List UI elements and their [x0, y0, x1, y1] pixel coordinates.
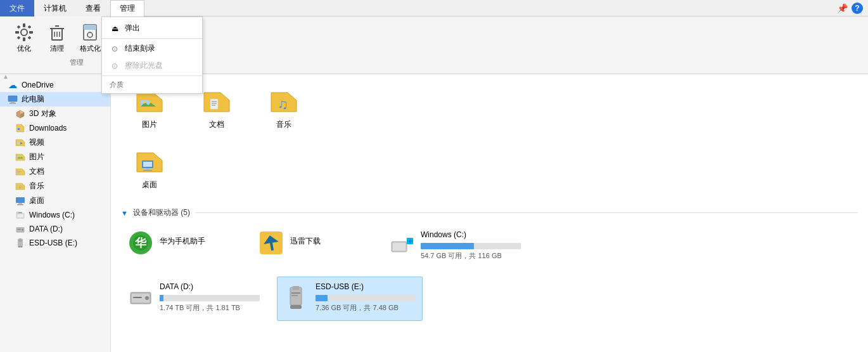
huawei-drive-icon: 华	[128, 230, 153, 256]
sidebar-item-data-d[interactable]: DATA (D:)	[0, 222, 110, 236]
tab-computer[interactable]: 计算机	[34, 0, 76, 16]
svg-rect-44	[19, 238, 22, 240]
svg-rect-64	[393, 243, 405, 251]
sidebar-item-desktop[interactable]: 桌面	[0, 193, 110, 208]
eject-item[interactable]: ⏏ 弹出	[102, 20, 202, 37]
clean-button[interactable]: 清理	[42, 19, 72, 56]
svg-point-17	[87, 32, 93, 37]
sidebar-item-pictures[interactable]: 图片	[0, 150, 110, 164]
svg-rect-70	[407, 242, 410, 245]
drives-grid-2: DATA (D:) 1.74 TB 可用，共 1.81 TB	[121, 277, 858, 329]
svg-rect-42	[18, 229, 21, 230]
downloads-label: Downloads	[29, 124, 67, 133]
optimize-icon	[14, 22, 34, 42]
data-d-space: 1.74 TB 可用，共 1.81 TB	[160, 303, 260, 313]
esd-usb-e-bar-bg	[316, 295, 416, 301]
data-d-icon	[15, 224, 25, 234]
drive-item-huawei[interactable]: 华 华为手机助手	[121, 225, 241, 269]
svg-rect-30	[17, 171, 20, 172]
clean-label: 清理	[50, 44, 64, 53]
windows-c-icon	[15, 210, 25, 220]
svg-rect-1	[23, 23, 25, 27]
xunlei-drive-name: 迅雷下载	[290, 236, 365, 247]
tab-view[interactable]: 查看	[76, 0, 110, 16]
onedrive-icon: ☁	[8, 80, 18, 90]
video-label: 视频	[29, 137, 44, 148]
sidebar-item-onedrive[interactable]: ☁ OneDrive	[0, 78, 110, 92]
esd-usb-e-drive-icon	[284, 285, 309, 310]
erase-disc-item: ⊙ 擦除此光盘	[102, 57, 202, 74]
documents-folder-label: 文档	[209, 119, 224, 130]
sidebar-item-esd-usb-e[interactable]: ESD-USB (E:)	[0, 236, 110, 250]
svg-rect-69	[411, 238, 414, 241]
svg-point-0	[21, 29, 27, 36]
file-item-desktop[interactable]: 桌面	[121, 142, 178, 195]
drives-grid: 华 华为手机助手	[121, 222, 858, 277]
sidebar-item-music[interactable]: ♫ 音乐	[0, 179, 110, 193]
3d-label: 3D 对象	[29, 108, 56, 119]
svg-rect-75	[133, 297, 142, 298]
documents-folder-icon	[201, 86, 232, 117]
devices-section-label: 设备和驱动器 (5)	[133, 207, 190, 218]
esd-usb-e-space: 7.36 GB 可用，共 7.48 GB	[316, 303, 416, 313]
format-button[interactable]: 格式化	[75, 19, 105, 56]
svg-rect-2	[23, 37, 25, 41]
sidebar-item-windows-c[interactable]: Windows (C:)	[0, 208, 110, 222]
end-burn-item[interactable]: ⊙ 结束刻录	[102, 40, 202, 57]
devices-section-header[interactable]: ▼ 设备和驱动器 (5)	[121, 202, 858, 222]
onedrive-label: OneDrive	[22, 81, 54, 89]
windows-c-space: 54.7 GB 可用，共 116 GB	[421, 251, 521, 261]
ribbon-tabs: 文件 计算机 查看 管理 📌 ?	[0, 0, 868, 16]
tab-file[interactable]: 文件	[0, 0, 34, 16]
svg-rect-33	[16, 197, 25, 203]
optimize-button[interactable]: 优化	[9, 19, 39, 56]
drive-item-data-d[interactable]: DATA (D:) 1.74 TB 可用，共 1.81 TB	[121, 277, 267, 321]
windows-c-label: Windows (C:)	[29, 211, 75, 219]
svg-text:♫: ♫	[18, 185, 22, 189]
sidebar-item-thispc[interactable]: 此电脑	[0, 92, 110, 107]
data-d-drive-name: DATA (D:)	[160, 282, 260, 291]
ribbon-content: 优化 清理	[0, 16, 868, 74]
huawei-drive-info: 华为手机助手	[160, 236, 234, 251]
dropdown-menu: ⏏ 弹出 ⊙ 结束刻录 ⊙ 擦除此光盘 介质	[101, 16, 203, 94]
sidebar-item-3d[interactable]: 3D 对象	[0, 107, 110, 121]
sidebar-item-downloads[interactable]: Downloads	[0, 121, 110, 135]
desktop-folder-label: 桌面	[142, 179, 157, 190]
sidebar-item-documents[interactable]: 文档	[0, 164, 110, 179]
drive-item-esd-usb-e[interactable]: ESD-USB (E:) 7.36 GB 可用，共 7.48 GB	[277, 277, 423, 321]
video-icon	[15, 138, 25, 148]
drive-item-xunlei[interactable]: 迅雷下载	[252, 225, 372, 269]
svg-rect-37	[18, 214, 23, 217]
windows-c-drive-icon	[389, 233, 414, 258]
svg-rect-26	[17, 142, 20, 144]
esd-usb-e-drive-info: ESD-USB (E:) 7.36 GB 可用，共 7.48 GB	[316, 282, 416, 313]
desktop-grid: 桌面	[121, 142, 858, 202]
svg-point-41	[22, 229, 23, 231]
desktop-folder-icon	[134, 147, 165, 177]
svg-point-48	[143, 101, 146, 103]
svg-rect-34	[18, 203, 22, 204]
file-item-music[interactable]: ♫ 音乐	[255, 82, 312, 134]
svg-rect-68	[407, 238, 410, 241]
downloads-icon	[15, 123, 25, 133]
content-area: 图片 文档 ♫ 音乐	[111, 74, 868, 352]
svg-rect-7	[17, 36, 21, 40]
svg-rect-4	[29, 31, 33, 34]
documents-icon	[15, 167, 25, 177]
svg-text:♫: ♫	[278, 96, 288, 112]
svg-point-74	[145, 296, 149, 300]
eject-icon: ⏏	[110, 23, 120, 34]
music-label: 音乐	[29, 181, 44, 192]
pictures-folder-label: 图片	[142, 119, 157, 130]
svg-rect-22	[8, 96, 17, 101]
svg-rect-31	[17, 173, 20, 173]
sidebar-item-video[interactable]: 视频	[0, 135, 110, 150]
music-icon: ♫	[15, 181, 25, 192]
data-d-bar-fill	[160, 295, 163, 301]
data-d-bar-bg	[160, 295, 260, 301]
sidebar: ▲ ☁ OneDrive 此电脑	[0, 74, 111, 352]
drive-item-windows-c[interactable]: Windows (C:) 54.7 GB 可用，共 116 GB	[382, 225, 528, 269]
help-icon[interactable]: ?	[852, 3, 863, 14]
tab-manage[interactable]: 管理	[110, 0, 144, 16]
end-burn-label: 结束刻录	[125, 43, 155, 54]
